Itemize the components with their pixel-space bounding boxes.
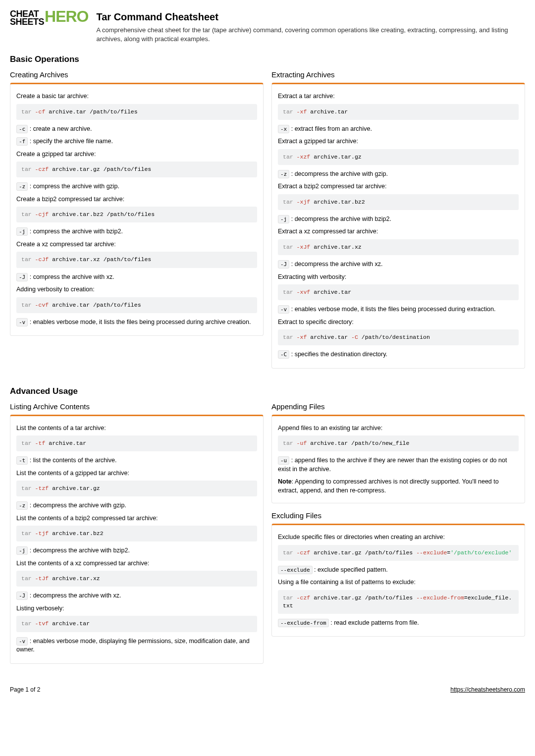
text: Using a file containing a list of patter… bbox=[278, 578, 519, 587]
option-desc: -J : compress the archive with xz. bbox=[16, 273, 257, 282]
page-footer: Page 1 of 2 https://cheatsheetshero.com bbox=[10, 686, 525, 694]
code-block: tar -tjf archive.tar.bz2 bbox=[16, 526, 257, 541]
logo-text-3: HERO bbox=[45, 10, 88, 23]
text: List the contents of a bzip2 compressed … bbox=[16, 514, 257, 523]
text: Extract to specific directory: bbox=[278, 318, 519, 327]
code-block: tar -cvf archive.tar /path/to/files bbox=[16, 297, 257, 313]
code-block: tar -tJf archive.tar.xz bbox=[16, 571, 257, 587]
option-desc: --exclude-from : read exclude patterns f… bbox=[278, 619, 519, 628]
option-desc: -v : enables verbose mode, it lists the … bbox=[16, 318, 257, 327]
text: Create a basic tar archive: bbox=[16, 92, 257, 101]
text: Listing verbosely: bbox=[16, 604, 257, 613]
text: Extract a bzip2 compressed tar archive: bbox=[278, 182, 519, 191]
option-desc: -j : decompress the archive with bzip2. bbox=[278, 215, 519, 224]
site-logo: CHEAT SHEETS HERO bbox=[10, 10, 88, 44]
code-block: tar -xJf archive.tar.xz bbox=[278, 239, 519, 255]
code-block: tar -xvf archive.tar bbox=[278, 284, 519, 300]
text: List the contents of a gzipped tar archi… bbox=[16, 469, 257, 478]
code-block: tar -czf archive.tar.gz /path/to/files bbox=[16, 162, 257, 177]
page-number: Page 1 of 2 bbox=[10, 686, 40, 694]
page-title: Tar Command Cheatsheet bbox=[96, 10, 525, 24]
card-creating-archives: Create a basic tar archive: tar -cf arch… bbox=[10, 83, 264, 336]
text: Exclude specific files or directories wh… bbox=[278, 533, 519, 542]
text: Create a bzip2 compressed tar archive: bbox=[16, 195, 257, 204]
card-title-creating: Creating Archives bbox=[10, 69, 264, 83]
page-description: A comprehensive cheat sheet for the tar … bbox=[96, 26, 525, 44]
text: List the contents of a tar archive: bbox=[16, 424, 257, 433]
code-block: tar -cjf archive.tar.bz2 /path/to/files bbox=[16, 207, 257, 222]
option-desc: -z : decompress the archive with gzip. bbox=[278, 170, 519, 179]
option-desc: -J : decompress the archive with xz. bbox=[16, 592, 257, 600]
note: Note: Appending to compressed archives i… bbox=[278, 478, 519, 495]
option-desc: -z : compress the archive with gzip. bbox=[16, 182, 257, 191]
code-block: tar -xf archive.tar bbox=[278, 104, 519, 120]
text: Adding verbosity to creation: bbox=[16, 285, 257, 294]
text: Extract a xz compressed tar archive: bbox=[278, 227, 519, 236]
card-title-appending: Appending Files bbox=[271, 401, 525, 415]
page-header: CHEAT SHEETS HERO Tar Command Cheatsheet… bbox=[10, 10, 525, 44]
text: Extract a tar archive: bbox=[278, 92, 519, 101]
code-block: tar -cJf archive.tar.xz /path/to/files bbox=[16, 252, 257, 268]
text: Create a gzipped tar archive: bbox=[16, 150, 257, 159]
code-block: tar -tvf archive.tar bbox=[16, 616, 257, 632]
option-desc: -v : enables verbose mode, it lists the … bbox=[278, 305, 519, 314]
option-desc: -v : enables verbose mode, displaying fi… bbox=[16, 637, 257, 654]
option-desc: -f : specify the archive file name. bbox=[16, 137, 257, 146]
footer-link[interactable]: https://cheatsheetshero.com bbox=[450, 686, 525, 694]
option-desc: -j : compress the archive with bzip2. bbox=[16, 227, 257, 236]
card-title-listing: Listing Archive Contents bbox=[10, 401, 264, 415]
card-excluding-files: Exclude specific files or directories wh… bbox=[271, 524, 525, 637]
text: List the contents of a xz compressed tar… bbox=[16, 559, 257, 568]
code-block: tar -cf archive.tar /path/to/files bbox=[16, 104, 257, 120]
option-desc: -c : create a new archive. bbox=[16, 125, 257, 134]
card-title-excluding: Excluding Files bbox=[271, 510, 525, 524]
code-block: tar -czf archive.tar.gz /path/to/files -… bbox=[278, 545, 519, 561]
text: Create a xz compressed tar archive: bbox=[16, 240, 257, 249]
code-block: tar -tf archive.tar bbox=[16, 435, 257, 451]
code-block: tar -uf archive.tar /path/to/new_file bbox=[278, 435, 519, 451]
section-advanced-usage: Advanced Usage bbox=[10, 385, 525, 397]
option-desc: -j : decompress the archive with bzip2. bbox=[16, 546, 257, 555]
text: Append files to an existing tar archive: bbox=[278, 424, 519, 433]
option-desc: -u : append files to the archive if they… bbox=[278, 456, 519, 474]
option-desc: -t : list the contents of the archive. bbox=[16, 456, 257, 465]
section-basic-operations: Basic Operations bbox=[10, 54, 525, 65]
option-desc: -z : decompress the archive with gzip. bbox=[16, 501, 257, 510]
code-block: tar -tzf archive.tar.gz bbox=[16, 481, 257, 496]
option-desc: -J : decompress the archive with xz. bbox=[278, 260, 519, 269]
logo-text-2: SHEETS bbox=[10, 18, 44, 26]
text: Extract a gzipped tar archive: bbox=[278, 137, 519, 146]
code-block: tar -xf archive.tar -C /path/to/destinat… bbox=[278, 329, 519, 345]
card-appending-files: Append files to an existing tar archive:… bbox=[271, 415, 525, 504]
text: Extracting with verbosity: bbox=[278, 273, 519, 282]
card-listing-contents: List the contents of a tar archive: tar … bbox=[10, 415, 264, 664]
card-extracting-archives: Extract a tar archive: tar -xf archive.t… bbox=[271, 83, 525, 369]
code-block: tar -czf archive.tar.gz /path/to/files -… bbox=[278, 590, 519, 614]
card-title-extracting: Extracting Archives bbox=[271, 69, 525, 83]
option-desc: -C : specifies the destination directory… bbox=[278, 350, 519, 359]
option-desc: -x : extract files from an archive. bbox=[278, 125, 519, 134]
option-desc: --exclude : exclude specified pattern. bbox=[278, 566, 519, 575]
code-block: tar -xzf archive.tar.gz bbox=[278, 149, 519, 165]
code-block: tar -xjf archive.tar.bz2 bbox=[278, 194, 519, 210]
